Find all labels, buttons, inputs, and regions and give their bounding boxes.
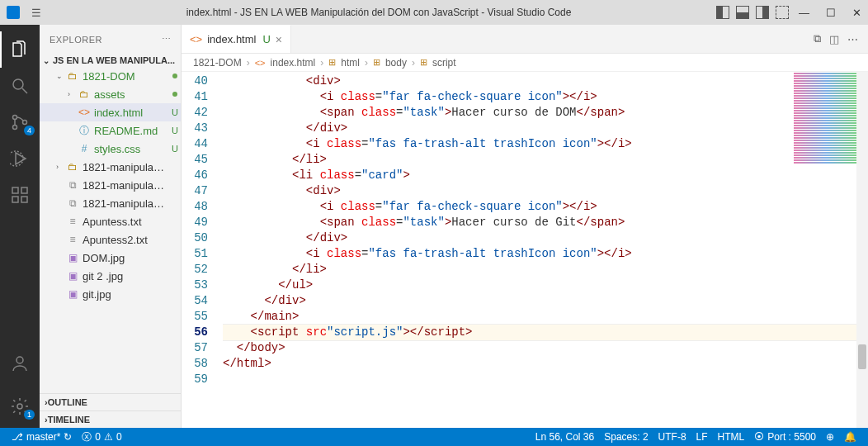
split-icon[interactable]: ◫ — [829, 33, 839, 45]
svg-point-4 — [23, 121, 27, 125]
sb-lncol[interactable]: Ln 56, Col 36 — [531, 431, 599, 443]
timeline-section[interactable]: › TIMELINE — [40, 410, 181, 428]
sb-lang[interactable]: HTML — [713, 431, 750, 443]
timeline-label: TIMELINE — [48, 415, 90, 425]
svg-point-3 — [13, 126, 17, 130]
breadcrumb-part[interactable]: index.html — [271, 57, 316, 69]
titlebar: ☰ index.html - JS EN LA WEB Manipulación… — [0, 0, 868, 25]
sidebar-header: EXPLORER ⋯ — [40, 25, 181, 54]
sb-port[interactable]: ⦿Port : 5500 — [749, 431, 821, 443]
sb-problems[interactable]: ⓧ0 ⚠0 — [77, 428, 126, 446]
folder-root[interactable]: ⌄ JS EN LA WEB MANIPULA... — [40, 54, 181, 67]
sidebar: EXPLORER ⋯ ⌄ JS EN LA WEB MANIPULA... ⌄🗀… — [40, 25, 182, 428]
breadcrumb-part[interactable]: html — [341, 57, 360, 69]
error-icon: ⓧ — [82, 430, 92, 444]
git-branch-icon: ⎇ — [12, 431, 23, 443]
ab-extensions[interactable] — [0, 177, 40, 213]
svg-rect-7 — [12, 187, 18, 193]
outline-label: OUTLINE — [48, 397, 87, 407]
window-title: index.html - JS EN LA WEB Manipulación d… — [41, 7, 716, 18]
code-area[interactable]: 4041424344454647484950515253545556575859… — [182, 72, 868, 428]
compare-icon[interactable]: ⧉ — [814, 32, 821, 45]
maximize-button[interactable]: ☐ — [826, 7, 836, 19]
tree-item[interactable]: ▣git 2 .jpg — [40, 267, 181, 285]
outline-section[interactable]: › OUTLINE — [40, 393, 181, 410]
svg-rect-10 — [21, 187, 27, 193]
ab-account[interactable] — [0, 345, 40, 382]
svg-line-1 — [22, 88, 27, 93]
sidebar-more-icon[interactable]: ⋯ — [162, 34, 172, 45]
feedback-icon: ⊕ — [826, 431, 834, 443]
close-icon[interactable]: × — [276, 33, 282, 46]
sb-eol[interactable]: LF — [691, 431, 713, 443]
tree-item[interactable]: ≡Apuntess.txt — [40, 212, 181, 230]
breadcrumb-part[interactable]: body — [385, 57, 407, 69]
svg-point-2 — [13, 116, 17, 120]
breadcrumb-part[interactable]: script — [432, 57, 456, 69]
root-label: JS EN LA WEB MANIPULA... — [53, 55, 175, 65]
sb-branch[interactable]: ⎇ master* ↻ — [7, 428, 77, 446]
layout-icon-1[interactable] — [716, 6, 729, 19]
layout-icon-4[interactable] — [776, 6, 789, 19]
breadcrumb[interactable]: 1821-DOM›<>index.html›⊞html›⊞body›⊞scrip… — [182, 54, 868, 72]
sb-feedback[interactable]: ⊕ — [821, 431, 839, 443]
vertical-scrollbar[interactable] — [856, 72, 868, 428]
sb-encoding[interactable]: UTF-8 — [653, 431, 691, 443]
ab-search[interactable] — [0, 68, 40, 104]
html-icon: <> — [190, 33, 202, 45]
tab-bar: <> index.html U × ⧉ ◫ ⋯ — [182, 25, 868, 54]
tree-item[interactable]: ⧉1821-manipulando-d... — [40, 194, 181, 212]
file-tree: ⌄🗀1821-DOM›🗀assets<>index.htmlUⓘREADME.m… — [40, 67, 181, 303]
tab-status: U — [262, 33, 270, 45]
tree-item[interactable]: ⧉1821-manipulando-d... — [40, 176, 181, 194]
svg-rect-9 — [21, 197, 27, 202]
ab-scm[interactable]: 4 — [0, 104, 40, 140]
tree-item[interactable]: ›🗀1821-manipulando-d... — [40, 158, 181, 176]
svg-point-12 — [17, 404, 22, 409]
tree-item[interactable]: ›🗀assets — [40, 85, 181, 103]
breadcrumb-part[interactable]: 1821-DOM — [193, 57, 242, 69]
svg-rect-8 — [12, 197, 18, 202]
ab-settings[interactable]: 1 — [0, 388, 40, 425]
svg-point-0 — [13, 79, 23, 89]
sb-spaces[interactable]: Spaces: 2 — [599, 431, 653, 443]
tab-indexhtml[interactable]: <> index.html U × — [182, 25, 291, 53]
settings-badge: 1 — [24, 410, 35, 420]
tree-item[interactable]: ≡Apuntess2.txt — [40, 230, 181, 249]
tree-item[interactable]: ⓘREADME.mdU — [40, 121, 181, 140]
sb-bell[interactable]: 🔔 — [839, 431, 861, 443]
bell-icon: 🔔 — [844, 431, 856, 443]
more-icon[interactable]: ⋯ — [847, 33, 858, 45]
editor: <> index.html U × ⧉ ◫ ⋯ 1821-DOM›<>index… — [182, 25, 868, 428]
ab-explorer[interactable] — [0, 31, 40, 68]
svg-marker-5 — [16, 153, 26, 164]
minimize-button[interactable]: — — [799, 7, 809, 19]
tree-item[interactable]: ▣DOM.jpg — [40, 249, 181, 267]
scm-badge: 4 — [24, 126, 35, 135]
tab-label: index.html — [207, 33, 256, 45]
close-button[interactable]: ✕ — [852, 7, 861, 19]
svg-point-11 — [17, 357, 23, 363]
layout-icon-3[interactable] — [756, 6, 769, 19]
ab-debug[interactable] — [0, 140, 40, 177]
gutter: 4041424344454647484950515253545556575859 — [182, 72, 223, 428]
sync-icon[interactable]: ↻ — [64, 431, 72, 443]
tree-item[interactable]: #styles.cssU — [40, 140, 181, 158]
menu-icon[interactable]: ☰ — [31, 7, 41, 19]
scrollbar-thumb[interactable] — [858, 344, 866, 369]
tree-item[interactable]: ⌄🗀1821-DOM — [40, 67, 181, 85]
vscode-icon — [7, 6, 20, 19]
broadcast-icon: ⦿ — [754, 431, 764, 443]
chevron-down-icon: ⌄ — [43, 56, 50, 65]
statusbar: ⎇ master* ↻ ⓧ0 ⚠0 Ln 56, Col 36 Spaces: … — [0, 428, 868, 446]
sidebar-title: EXPLORER — [50, 35, 102, 45]
layout-controls — [716, 6, 789, 19]
tree-item[interactable]: <>index.htmlU — [40, 103, 181, 121]
layout-icon-2[interactable] — [736, 6, 749, 19]
warning-icon: ⚠ — [104, 431, 113, 443]
tree-item[interactable]: ▣git.jpg — [40, 285, 181, 303]
code-content[interactable]: <div> <i class="far fa-check-square icon… — [223, 72, 868, 428]
activitybar: 4 1 — [0, 25, 40, 428]
